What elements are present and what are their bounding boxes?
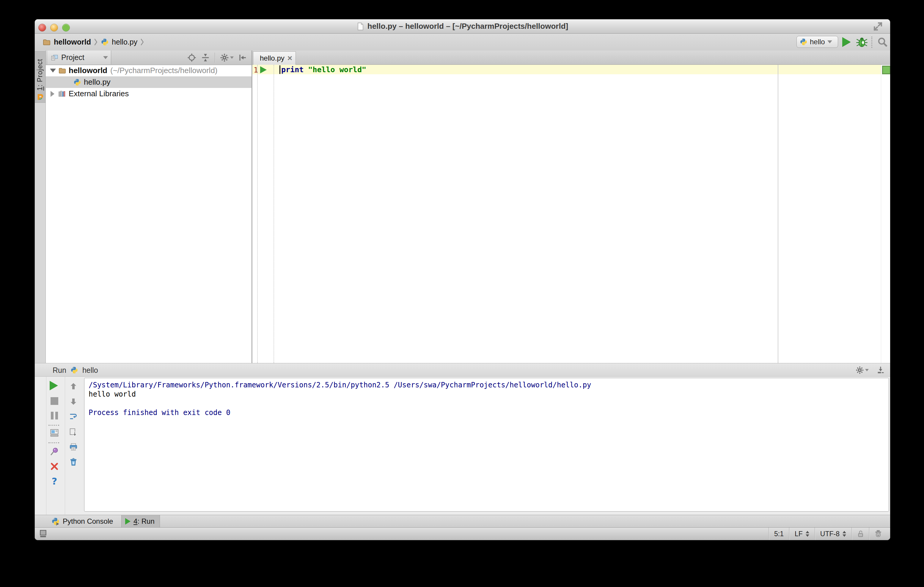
project-panel: Project (46, 51, 251, 363)
run-configuration-name: hello (810, 38, 825, 46)
document-icon (357, 22, 364, 31)
pycharm-logo-icon (36, 93, 44, 101)
down-stacktrace-button[interactable] (69, 397, 78, 406)
console-stdout-line: hello world (89, 390, 591, 399)
readonly-lock-widget[interactable] (851, 528, 869, 540)
run-config-name: hello (82, 366, 98, 375)
run-line-marker-icon[interactable] (260, 66, 267, 73)
close-tab-icon[interactable]: × (287, 55, 292, 61)
updown-arrows-icon (843, 531, 846, 537)
project-view-icon (51, 54, 58, 61)
pin-tab-button[interactable] (50, 447, 59, 456)
breadcrumb-separator-icon (140, 38, 144, 46)
libraries-icon (58, 90, 66, 98)
external-libraries-label: External Libraries (69, 89, 129, 98)
clear-console-button[interactable] (69, 457, 78, 467)
encoding-widget[interactable]: UTF-8 (815, 528, 851, 540)
collapse-all-icon[interactable] (201, 53, 210, 62)
inspection-ok-indicator[interactable] (882, 66, 890, 74)
pause-output-button[interactable] (50, 411, 59, 420)
breadcrumb-item-file[interactable]: hello.py (112, 38, 137, 46)
tab-hello-py[interactable]: hello.py × (253, 51, 296, 65)
python-icon (800, 38, 807, 46)
code-keyword: print (281, 65, 304, 74)
python-console-button[interactable]: Python Console (51, 515, 113, 527)
tree-row-project-root[interactable]: helloworld (~/PycharmProjects/helloworld… (46, 65, 251, 76)
title-bar[interactable]: hello.py – helloworld – [~/PycharmProjec… (35, 19, 890, 34)
code-string: "hello world" (308, 65, 366, 74)
debug-button[interactable] (856, 36, 868, 48)
help-button[interactable]: ? (50, 477, 59, 486)
python-console-icon (51, 517, 60, 526)
toolbar-divider (65, 377, 65, 515)
dock-panel-icon[interactable] (876, 366, 885, 374)
toolbar-separator (871, 36, 872, 48)
project-root-label: helloworld (69, 66, 107, 75)
hide-panel-icon[interactable] (238, 53, 248, 62)
run-tool-window-button[interactable]: 4: Run (121, 515, 160, 527)
unlock-icon (856, 529, 865, 538)
status-bar: 5:1 LF UTF-8 (35, 527, 890, 540)
console-output[interactable]: /System/Library/Frameworks/Python.framew… (84, 378, 889, 511)
search-icon[interactable] (877, 37, 888, 48)
run-panel-title: Run (53, 366, 66, 375)
scroll-to-end-button[interactable] (69, 428, 78, 437)
navigation-bar: helloworld hello.py hello (35, 34, 890, 51)
scroll-to-source-icon[interactable] (187, 53, 196, 62)
text-cursor (279, 65, 280, 74)
project-panel-header: Project (46, 51, 251, 65)
project-view-select[interactable]: Project (48, 51, 111, 64)
highlighting-level-widget[interactable] (869, 528, 887, 540)
console-command-line: /System/Library/Frameworks/Python.framew… (89, 381, 591, 390)
inspector-face-icon (873, 529, 883, 539)
expanded-arrow-icon[interactable] (50, 69, 56, 72)
close-panel-button[interactable] (50, 462, 59, 471)
python-icon (101, 38, 109, 46)
up-stacktrace-button[interactable] (69, 381, 78, 391)
folder-icon (58, 67, 66, 74)
run-panel-body: ? (35, 377, 890, 515)
show-console-button[interactable] (50, 428, 59, 437)
tree-row-external-libraries[interactable]: External Libraries (46, 88, 251, 100)
gutter-separator (274, 65, 274, 363)
toolbar-divider (46, 377, 46, 515)
chevron-down-icon (827, 40, 832, 43)
run-icon (125, 518, 130, 525)
print-button[interactable] (69, 442, 78, 452)
python-file-icon (73, 79, 81, 86)
breadcrumb-item-project[interactable]: helloworld (54, 38, 91, 46)
file-label: hello.py (84, 77, 111, 87)
collapsed-arrow-icon[interactable] (51, 91, 54, 97)
caret-position-widget[interactable]: 5:1 (769, 528, 789, 540)
chevron-down-icon (230, 56, 234, 59)
editor-area[interactable]: 1 print "hello world" (252, 65, 890, 363)
tool-window-bar: Python Console 4: Run (35, 515, 890, 527)
toggle-toolwindows-icon[interactable] (39, 529, 48, 538)
toolbar-separator (48, 442, 59, 443)
toolbar-separator (214, 53, 215, 62)
run-tool-window-label: 4: Run (134, 517, 155, 526)
run-configuration-select[interactable]: hello (797, 36, 838, 48)
tab-label: hello.py (260, 54, 284, 62)
editor-tab-bar: hello.py × (252, 51, 890, 65)
run-button[interactable] (842, 37, 851, 47)
soft-wrap-button[interactable] (69, 412, 78, 421)
updown-arrows-icon (806, 531, 809, 537)
tree-row-hello-py[interactable]: hello.py (46, 76, 251, 88)
folder-icon (43, 38, 51, 46)
resize-icon[interactable] (873, 21, 883, 31)
run-settings-button[interactable] (856, 366, 869, 374)
line-separator-widget[interactable]: LF (789, 528, 815, 540)
rerun-button[interactable] (49, 381, 59, 390)
settings-button[interactable] (220, 53, 234, 62)
code-line: print "hello world" (281, 65, 366, 74)
gutter-separator (257, 65, 258, 363)
chevron-down-icon (103, 56, 108, 59)
run-panel-header: Run hello (35, 363, 890, 377)
console-exit-line: Process finished with exit code 0 (89, 408, 591, 418)
breadcrumb-separator-icon (94, 38, 98, 46)
project-view-label: Project (61, 53, 100, 62)
project-tool-window-button[interactable]: 1: Project (35, 51, 46, 103)
stop-button[interactable] (50, 396, 59, 406)
error-stripe[interactable] (881, 65, 890, 363)
